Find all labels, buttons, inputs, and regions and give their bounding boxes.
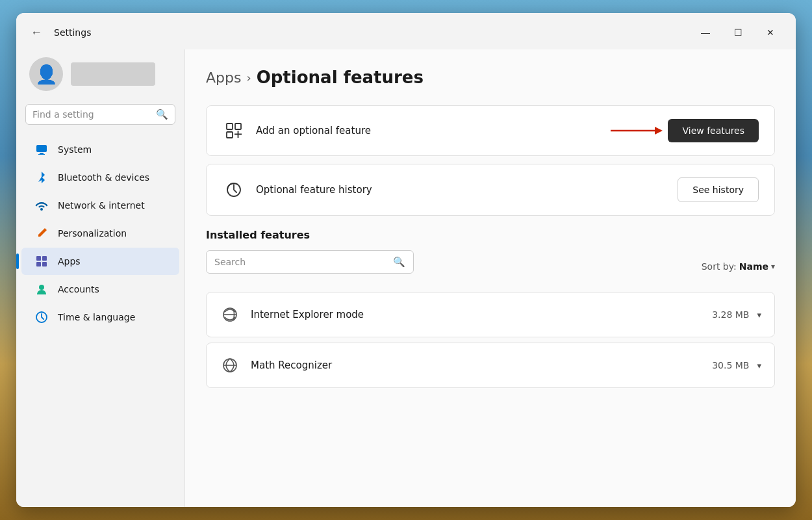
feature-math-icon: [220, 355, 240, 376]
window-controls: — ☐ ✕: [691, 22, 785, 43]
svg-rect-10: [227, 124, 233, 129]
see-history-button[interactable]: See history: [678, 177, 759, 202]
sidebar-item-bluetooth[interactable]: Bluetooth & devices: [21, 164, 179, 191]
close-button[interactable]: ✕: [755, 22, 785, 43]
sidebar-item-time[interactable]: Time & language: [21, 304, 179, 331]
apps-icon: [34, 254, 49, 268]
titlebar: ← Settings — ☐ ✕: [16, 13, 796, 49]
svg-rect-1: [40, 153, 44, 154]
search-input[interactable]: [32, 109, 151, 120]
bluetooth-icon: [34, 170, 49, 185]
installed-title: Installed features: [206, 229, 775, 241]
user-icon: 👤: [35, 64, 58, 85]
history-icon: [222, 178, 246, 202]
sort-prefix: Sort by:: [702, 261, 737, 272]
add-feature-icon: [222, 119, 246, 142]
red-arrow: [611, 123, 663, 138]
sort-chevron-icon: ▾: [771, 262, 775, 271]
arrow-container: Add an optional feature: [256, 123, 668, 138]
features-search-icon: 🔍: [393, 256, 405, 268]
svg-rect-0: [36, 145, 47, 152]
add-feature-card: Add an optional feature View features: [206, 105, 775, 156]
svg-point-3: [40, 208, 43, 211]
content-area: 👤 🔍 System: [16, 49, 796, 507]
feature-ie-icon: [220, 304, 240, 325]
svg-rect-12: [227, 132, 233, 138]
sort-value: Name: [739, 261, 768, 272]
breadcrumb: Apps › Optional features: [206, 68, 775, 87]
svg-rect-2: [38, 154, 45, 155]
titlebar-left: ← Settings: [27, 23, 91, 42]
feature-ie-name: Internet Explorer mode: [251, 309, 712, 320]
feature-math-size: 30.5 MB: [712, 360, 749, 370]
add-feature-label: Add an optional feature: [256, 125, 611, 136]
feature-math-chevron-icon[interactable]: ▾: [757, 361, 761, 370]
sidebar-item-personalization[interactable]: Personalization: [21, 220, 179, 247]
svg-rect-4: [36, 256, 41, 261]
breadcrumb-separator: ›: [246, 71, 251, 84]
view-features-button[interactable]: View features: [668, 119, 759, 142]
svg-rect-11: [235, 124, 241, 129]
feature-math-name: Math Recognizer: [251, 359, 712, 371]
sidebar-item-apps[interactable]: Apps: [21, 248, 179, 275]
user-name-placeholder: [71, 62, 155, 86]
breadcrumb-parent[interactable]: Apps: [206, 70, 241, 86]
sort-control[interactable]: Sort by: Name ▾: [702, 261, 775, 272]
history-card: Optional feature history See history: [206, 164, 775, 216]
minimize-button[interactable]: —: [691, 22, 720, 43]
feature-ie-size: 3.28 MB: [712, 309, 749, 320]
search-box[interactable]: 🔍: [25, 104, 175, 125]
time-icon: [34, 310, 49, 324]
system-label: System: [58, 144, 92, 155]
nav-items: System Bluetooth & devices: [16, 135, 184, 497]
history-label: Optional feature history: [256, 184, 678, 196]
avatar: 👤: [29, 57, 63, 91]
personalization-label: Personalization: [58, 228, 127, 239]
sidebar: 👤 🔍 System: [16, 49, 185, 507]
accounts-icon: [34, 282, 49, 296]
search-sort-row: 🔍 Sort by: Name ▾: [206, 250, 775, 283]
main-content: Apps › Optional features Add an option: [185, 49, 796, 507]
settings-window: ← Settings — ☐ ✕ 👤 🔍: [16, 13, 796, 507]
maximize-button[interactable]: ☐: [723, 22, 753, 43]
bluetooth-label: Bluetooth & devices: [58, 172, 149, 183]
network-icon: [34, 198, 49, 213]
sidebar-item-accounts[interactable]: Accounts: [21, 276, 179, 303]
window-title: Settings: [54, 27, 91, 38]
personalization-icon: [34, 226, 49, 240]
apps-label: Apps: [58, 256, 81, 266]
features-search-input[interactable]: [214, 257, 388, 267]
feature-item-math: Math Recognizer 30.5 MB ▾: [206, 343, 775, 388]
svg-rect-6: [36, 262, 41, 266]
user-section: 👤: [16, 49, 184, 104]
back-button[interactable]: ←: [27, 23, 46, 42]
installed-section: Installed features 🔍 Sort by: Name ▾: [206, 229, 775, 388]
feature-ie-chevron-icon[interactable]: ▾: [757, 310, 761, 320]
system-icon: [34, 142, 49, 157]
accounts-label: Accounts: [58, 284, 99, 294]
svg-rect-5: [42, 256, 47, 261]
feature-item-ie: Internet Explorer mode 3.28 MB ▾: [206, 292, 775, 337]
svg-rect-7: [42, 262, 47, 266]
search-features-box[interactable]: 🔍: [206, 250, 414, 274]
search-icon: 🔍: [156, 109, 168, 120]
time-label: Time & language: [58, 312, 135, 322]
sidebar-item-network[interactable]: Network & internet: [21, 192, 179, 219]
network-label: Network & internet: [58, 200, 145, 211]
svg-point-8: [39, 285, 44, 290]
breadcrumb-current: Optional features: [257, 68, 424, 87]
sidebar-item-system[interactable]: System: [21, 136, 179, 163]
svg-marker-16: [655, 127, 663, 135]
